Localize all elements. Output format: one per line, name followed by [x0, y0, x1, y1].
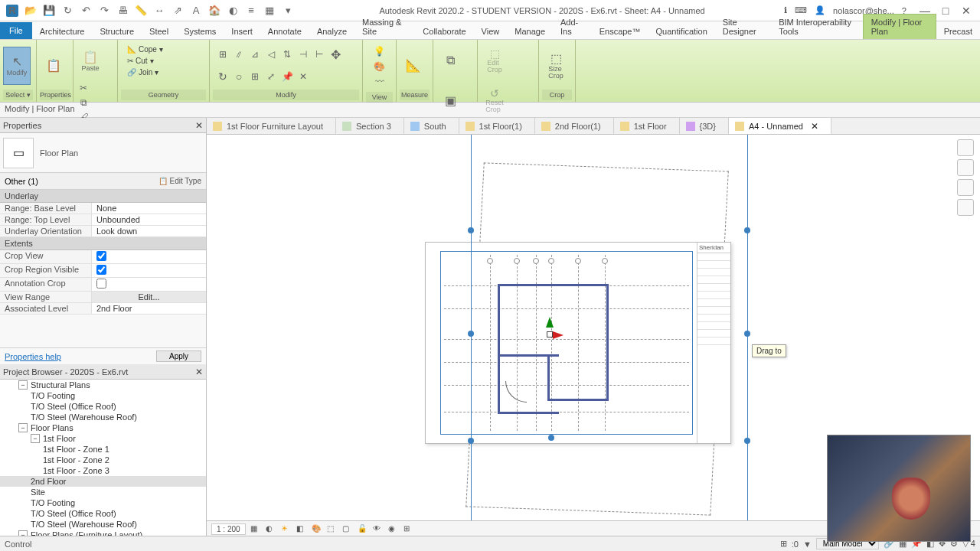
rotate-icon[interactable]: ↻ [216, 70, 230, 83]
close-hidden-icon[interactable]: ▦ [263, 5, 276, 17]
wall[interactable] [547, 354, 550, 400]
tab-steel[interactable]: Steel [142, 24, 176, 39]
prop-crop-region-val[interactable] [92, 264, 206, 277]
close-properties-icon[interactable]: ✕ [195, 120, 203, 131]
anno-crop-checkbox[interactable] [96, 279, 106, 289]
grid-head[interactable] [514, 258, 520, 264]
wall[interactable] [547, 399, 609, 401]
tab-modify-floorplan[interactable]: Modify | Floor Plan [863, 14, 936, 39]
filter-icon[interactable]: ▼ [803, 540, 812, 549]
detail-level-icon[interactable]: ▦ [250, 524, 261, 535]
tab-manage[interactable]: Manage [507, 24, 553, 39]
tab-annotate[interactable]: Annotate [260, 24, 309, 39]
tab-view[interactable]: View [474, 24, 508, 39]
split-icon[interactable]: ⇅ [280, 47, 294, 61]
tab-collaborate[interactable]: Collaborate [415, 24, 473, 39]
crop-region-checkbox[interactable] [96, 265, 106, 275]
grid-head[interactable] [548, 258, 554, 264]
edit-type-button[interactable]: 📋 Edit Type [158, 177, 201, 185]
edit-crop-button[interactable]: ⬚Edit Crop [481, 41, 508, 80]
grid-head[interactable] [575, 258, 581, 264]
vtab-3d[interactable]: {3D} [680, 118, 729, 134]
cut-clip-icon[interactable]: ✂ [77, 81, 90, 95]
home-view-icon[interactable] [957, 139, 974, 156]
sun-path-icon[interactable]: ☀ [281, 524, 292, 535]
create-group-button[interactable]: ▣ [436, 81, 464, 119]
tab-site-designer[interactable]: Site Designer [715, 15, 771, 39]
join-button[interactable]: 🔗 Join ▾ [124, 67, 162, 77]
prop-und-orient-val[interactable]: Look down [92, 226, 206, 236]
pin-icon[interactable]: 📌 [280, 70, 294, 83]
wall[interactable] [498, 412, 559, 414]
prop-anno-crop-val[interactable] [92, 278, 206, 291]
close-browser-icon[interactable]: ✕ [195, 367, 203, 377]
tab-structure[interactable]: Structure [92, 24, 142, 39]
tab-bim[interactable]: BIM Interoperability Tools [771, 15, 863, 39]
browser-structural-plans[interactable]: −Structural Plans [0, 380, 206, 390]
browser-zone2[interactable]: 1st Floor - Zone 2 [0, 455, 206, 465]
browser-2nd-floor[interactable]: 2nd Floor [0, 476, 206, 487]
type-selector[interactable]: ▭ Floor Plan [0, 133, 206, 173]
temp-hide-icon[interactable]: 👁 [373, 524, 384, 535]
browser-to-steel-office2[interactable]: T/O Steel (Office Roof) [0, 508, 206, 519]
mirror-axis-icon[interactable]: ⊿ [248, 47, 262, 61]
browser-zone1[interactable]: 1st Floor - Zone 1 [0, 444, 206, 455]
revit-logo-icon[interactable]: R [6, 5, 18, 17]
crop-handle[interactable] [548, 435, 554, 441]
linework-icon[interactable]: 〰 [373, 75, 387, 89]
reveal-hidden-icon[interactable]: ◉ [388, 524, 399, 535]
offset-icon[interactable]: ⫽ [232, 47, 246, 61]
prop-assoc-level-val[interactable]: 2nd Floor [92, 303, 206, 314]
browser-site[interactable]: Site [0, 487, 206, 497]
crop-handle[interactable] [744, 227, 750, 233]
unlock-3d-icon[interactable]: 🔓 [358, 524, 368, 535]
override-icon[interactable]: 🎨 [373, 60, 387, 73]
maximize-icon[interactable]: □ [938, 3, 953, 18]
move-x-arrow-icon[interactable] [553, 331, 564, 339]
create-similar-button[interactable]: ⧉ [436, 41, 464, 80]
align-dim-icon[interactable]: ↔ [153, 5, 165, 17]
visual-style-icon[interactable]: ◐ [266, 524, 276, 535]
collapse-icon[interactable]: − [18, 380, 28, 390]
apply-button[interactable]: Apply [156, 350, 201, 362]
workset-icon[interactable]: ⊞ [780, 539, 787, 549]
array-icon[interactable]: ⊞ [248, 70, 262, 83]
show-crop-icon[interactable]: ▢ [342, 524, 353, 535]
close-tab-icon[interactable]: ✕ [811, 121, 818, 132]
default3d-icon[interactable]: 🏠 [208, 5, 220, 17]
modify-button[interactable]: ↖Modify [3, 47, 31, 85]
undo-icon[interactable]: ↶ [80, 5, 92, 17]
crop-handle[interactable] [468, 331, 474, 337]
move-y-arrow-icon[interactable] [546, 317, 554, 328]
browser-to-steel-office[interactable]: T/O Steel (Office Roof) [0, 401, 206, 412]
tab-quantification[interactable]: Quantification [648, 24, 714, 39]
tab-insert[interactable]: Insert [224, 24, 260, 39]
section-icon[interactable]: ◐ [227, 5, 239, 17]
tab-architecture[interactable]: Architecture [32, 24, 93, 39]
vtab-south[interactable]: South [404, 118, 459, 134]
grid-head[interactable] [602, 258, 608, 264]
prop-crop-view-val[interactable] [92, 250, 206, 263]
grid-head[interactable] [487, 258, 493, 264]
prop-range-base-val[interactable]: None [92, 203, 206, 214]
trim-icon[interactable]: ⊣ [296, 47, 310, 61]
copy-clip-icon[interactable]: ⧉ [77, 96, 90, 109]
vtab-1st[interactable]: 1st Floor [614, 118, 680, 134]
full-nav-wheel-icon[interactable] [957, 159, 974, 176]
wall[interactable] [498, 354, 559, 357]
sync-icon[interactable]: ↻ [61, 5, 74, 17]
properties-help-link[interactable]: Properties help [5, 352, 61, 361]
tab-analyze[interactable]: Analyze [309, 24, 354, 39]
pan-icon[interactable] [957, 179, 974, 196]
copy-icon[interactable]: ○ [232, 70, 246, 83]
crop-extent-line[interactable] [471, 135, 472, 548]
browser-to-steel-wh2[interactable]: T/O Steel (Warehouse Roof) [0, 519, 206, 530]
measure-icon[interactable]: 📏 [135, 5, 147, 17]
crop-handle[interactable] [468, 227, 474, 233]
tab-massing[interactable]: Massing & Site [354, 15, 415, 39]
shadows-icon[interactable]: ◧ [296, 524, 307, 535]
vtab-2nd1[interactable]: 2nd Floor(1) [535, 118, 614, 134]
save-icon[interactable]: 💾 [43, 5, 55, 17]
close-window-icon[interactable]: ✕ [959, 3, 974, 18]
wall[interactable] [498, 284, 609, 286]
